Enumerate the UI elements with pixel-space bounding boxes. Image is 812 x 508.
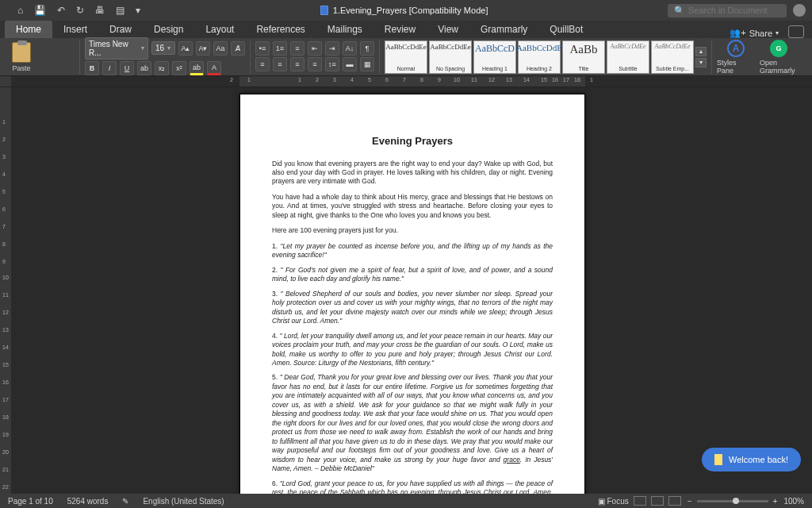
- tab-home[interactable]: Home: [5, 21, 52, 38]
- zoom-level[interactable]: 100%: [783, 497, 804, 506]
- title-bar: ⌂ 💾 ↶ ↻ 🖶 ▤ ▾ 1.Evening_Prayers [Compati…: [0, 0, 812, 21]
- font-name-select[interactable]: Times New R...▾: [85, 37, 148, 60]
- tab-design[interactable]: Design: [143, 21, 194, 38]
- indent-left-button[interactable]: ⇤: [308, 41, 322, 56]
- borders-button[interactable]: ▦: [360, 57, 374, 71]
- style-subtitle[interactable]: AaBbCcDdEeSubtitle: [607, 40, 649, 74]
- align-center-button[interactable]: ≡: [273, 57, 287, 71]
- subscript-button[interactable]: x₂: [155, 61, 169, 75]
- bullets-button[interactable]: •≡: [255, 41, 270, 56]
- zoom-in-button[interactable]: +: [773, 497, 778, 506]
- style-subtle-emphasis[interactable]: AaBbCcDdEeSubtle Emp...: [651, 40, 694, 74]
- read-mode-icon[interactable]: [634, 496, 646, 506]
- show-marks-button[interactable]: ¶: [360, 41, 374, 56]
- tab-draw[interactable]: Draw: [98, 21, 143, 38]
- document-title: 1.Evening_Prayers [Compatibility Mode]: [140, 6, 668, 15]
- styles-more[interactable]: ▴▾: [695, 40, 707, 74]
- line-spacing-button[interactable]: ↕≡: [325, 57, 339, 71]
- font-size-select[interactable]: 16▾: [151, 41, 175, 55]
- prayer-1: 1. "Let my prayer be counted as incense …: [272, 242, 553, 260]
- prayer-5: 5. " Dear God, Thank you for your great …: [272, 373, 553, 473]
- numbering-button[interactable]: 1≡: [273, 41, 287, 56]
- style-heading2[interactable]: AaBbCcDdEHeading 2: [518, 40, 561, 74]
- zoom-out-button[interactable]: −: [688, 497, 692, 506]
- language-indicator[interactable]: English (United States): [143, 497, 224, 506]
- tab-mailings[interactable]: Mailings: [316, 21, 373, 38]
- web-layout-icon[interactable]: [668, 496, 681, 506]
- prayer-6: 6. "Lord God, grant your peace to us, fo…: [272, 479, 553, 494]
- prayer-4: 4. " Lord, let your tranquility dwell am…: [272, 332, 553, 368]
- style-normal[interactable]: AaBbCcDdEeNormal: [385, 40, 427, 74]
- print-icon[interactable]: 🖶: [95, 5, 105, 16]
- tab-layout[interactable]: Layout: [194, 21, 245, 38]
- bold-button[interactable]: B: [85, 61, 99, 75]
- vertical-ruler[interactable]: 12 34 56 78 910 1112 1314 1516 1718 1920…: [0, 87, 11, 494]
- bookmark-icon: [714, 454, 722, 465]
- grammarly-icon: G: [770, 40, 787, 57]
- italic-button[interactable]: I: [102, 61, 117, 75]
- justify-button[interactable]: ≡: [308, 57, 322, 71]
- styles-pane-icon: A: [727, 40, 745, 57]
- activity-icon[interactable]: [788, 25, 804, 38]
- tab-references[interactable]: References: [245, 21, 316, 38]
- preview-icon[interactable]: ▤: [116, 5, 124, 16]
- search-icon: 🔍: [674, 6, 685, 16]
- multilevel-button[interactable]: ≡: [290, 41, 304, 56]
- change-case-button[interactable]: Aa: [213, 41, 228, 56]
- page-indicator[interactable]: Page 1 of 10: [8, 497, 53, 506]
- focus-mode[interactable]: ▣ Focus: [598, 497, 629, 506]
- shading-button[interactable]: ▬: [343, 57, 357, 71]
- indent-right-button[interactable]: ⇥: [325, 41, 339, 56]
- styles-pane-button[interactable]: A Styles Pane: [717, 40, 755, 75]
- tab-view[interactable]: View: [427, 21, 469, 38]
- superscript-button[interactable]: x²: [172, 61, 186, 75]
- prayer-2: 2. " For God's not given me a spirit of …: [272, 266, 553, 284]
- ribbon-tabs: Home Insert Draw Design Layout Reference…: [0, 21, 812, 38]
- search-box[interactable]: 🔍: [668, 4, 787, 17]
- paste-button[interactable]: Paste: [5, 42, 38, 72]
- tab-review[interactable]: Review: [373, 21, 427, 38]
- style-heading1[interactable]: AaBbCcDHeading 1: [473, 40, 516, 74]
- word-doc-icon: [320, 6, 328, 15]
- quick-access-toolbar: ⌂ 💾 ↶ ↻ 🖶 ▤ ▾: [0, 5, 140, 16]
- user-avatar[interactable]: [793, 4, 806, 17]
- underline-button[interactable]: U: [120, 61, 134, 75]
- intro-para-2: You have had a whole day to think about …: [272, 193, 553, 220]
- undo-icon[interactable]: ↶: [57, 5, 65, 16]
- save-icon[interactable]: 💾: [34, 5, 46, 16]
- intro-para-1: Did you know that evening prayers are th…: [272, 160, 553, 187]
- shrink-font-button[interactable]: A▾: [196, 41, 210, 56]
- spell-check-icon[interactable]: ✎: [122, 497, 128, 506]
- clipboard-icon: [12, 42, 31, 63]
- style-no-spacing[interactable]: AaBbCcDdEeNo Spacing: [429, 40, 472, 74]
- style-title[interactable]: AaBbTitle: [562, 40, 605, 74]
- clear-format-button[interactable]: A̸: [231, 41, 245, 56]
- ribbon-home: Paste Times New R...▾ 16▾ A▴ A▾ Aa A̸ B …: [0, 38, 812, 76]
- strikethrough-button[interactable]: ab: [137, 61, 151, 75]
- search-input[interactable]: [688, 6, 780, 15]
- welcome-toast[interactable]: Welcome back!: [702, 448, 801, 471]
- status-bar: Page 1 of 10 5264 words ✎ English (Unite…: [0, 494, 812, 508]
- highlight-button[interactable]: ab: [190, 61, 204, 75]
- print-layout-icon[interactable]: [651, 496, 664, 506]
- doc-heading: Evening Prayers: [272, 134, 553, 148]
- share-button[interactable]: 👥+Share▾: [730, 28, 779, 38]
- share-icon: 👥+: [730, 28, 745, 38]
- align-right-button[interactable]: ≡: [290, 57, 304, 71]
- horizontal-ruler[interactable]: 21 12 34 56 78 910 1112 1314 1516 1718 1: [0, 76, 812, 87]
- document-workspace: 12 34 56 78 910 1112 1314 1516 1718 1920…: [0, 87, 812, 494]
- open-grammarly-button[interactable]: G Open Grammarly: [760, 40, 798, 75]
- sort-button[interactable]: A↓: [343, 41, 357, 56]
- word-count[interactable]: 5264 words: [67, 497, 109, 506]
- align-left-button[interactable]: ≡: [255, 57, 270, 71]
- tab-quillbot[interactable]: QuillBot: [538, 21, 594, 38]
- tab-grammarly[interactable]: Grammarly: [469, 21, 538, 38]
- font-group: Times New R...▾ 16▾ A▴ A▾ Aa A̸ B I U ab…: [85, 37, 245, 77]
- tab-insert[interactable]: Insert: [52, 21, 98, 38]
- home-icon[interactable]: ⌂: [17, 5, 23, 16]
- redo-icon[interactable]: ↻: [76, 5, 84, 16]
- grow-font-button[interactable]: A▴: [178, 41, 193, 56]
- document-page[interactable]: Evening Prayers Did you know that evenin…: [239, 94, 585, 494]
- font-color-button[interactable]: A: [207, 61, 221, 75]
- zoom-slider[interactable]: [697, 500, 768, 502]
